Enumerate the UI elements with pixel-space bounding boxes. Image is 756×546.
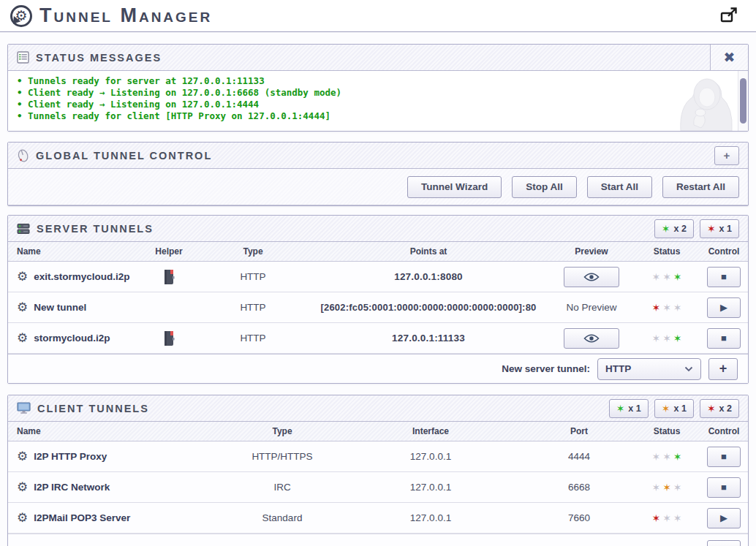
gray-star-icon: ✶	[651, 452, 660, 462]
stop-tunnel-button[interactable]: ■	[707, 477, 741, 498]
tunnel-type: IRC	[227, 482, 337, 493]
stopped-count-badge[interactable]: ✶x 2	[700, 399, 739, 418]
addressbook-helper-icon[interactable]	[163, 269, 175, 285]
server-tunnels-header: Server Tunnels ✶x 2 ✶x 1	[8, 216, 748, 242]
page-title: Tunnel Manager	[39, 4, 212, 27]
badge-count: x 1	[719, 224, 732, 234]
status-scrollbar[interactable]	[738, 71, 748, 131]
status-stars: ✶✶✶	[634, 513, 700, 523]
stop-tunnel-button[interactable]: ■	[707, 447, 741, 467]
client-tunnel-row-partial	[8, 534, 748, 546]
gray-star-icon: ✶	[662, 452, 671, 462]
gear-icon: ⚙	[17, 270, 28, 283]
col-helper: Helper	[140, 246, 198, 257]
close-status-button[interactable]: ✖	[710, 45, 748, 70]
add-server-tunnel-button[interactable]: +	[708, 358, 738, 380]
tunnel-name-link[interactable]: ⚙exit.stormycloud.i2p	[17, 270, 130, 283]
start-all-button[interactable]: Start All	[587, 176, 652, 198]
running-count-badge[interactable]: ✶x 1	[609, 399, 649, 418]
gray-star-icon: ✶	[651, 272, 660, 282]
gray-star-icon: ✶	[673, 482, 682, 493]
green-star-icon: ✶	[616, 403, 625, 414]
stop-tunnel-button[interactable]: ■	[707, 267, 741, 287]
start-tunnel-button[interactable]: ▶	[707, 508, 741, 528]
tunnel-name-link[interactable]: ⚙I2PMail POP3 Server	[17, 512, 130, 524]
addressbook-helper-icon[interactable]	[163, 330, 175, 346]
scrollbar-thumb[interactable]	[740, 78, 746, 124]
stopped-count-badge[interactable]: ✶x 1	[700, 219, 739, 238]
preview-button[interactable]	[564, 267, 619, 287]
gray-star-icon: ✶	[673, 303, 682, 313]
gear-icon: ⚙	[17, 332, 28, 344]
running-count-badge[interactable]: ✶x 2	[654, 219, 694, 238]
status-stars: ✶✶✶	[634, 482, 700, 493]
tunnel-name-link[interactable]: ⚙stormycloud.i2p	[17, 332, 110, 344]
collapse-panel-button[interactable]: +	[714, 146, 739, 165]
server-tunnels-title: Server Tunnels	[37, 223, 154, 235]
green-star-icon: ✶	[662, 224, 670, 234]
server-icon	[17, 223, 30, 235]
col-control: Control	[700, 426, 748, 436]
external-link-icon[interactable]	[719, 7, 738, 26]
gray-star-icon: ✶	[662, 303, 671, 313]
status-list-icon	[17, 51, 29, 64]
global-control-header: Global Tunnel Control +	[8, 143, 748, 169]
stop-all-button[interactable]: Stop All	[512, 176, 577, 198]
red-star-icon: ✶	[707, 403, 716, 414]
tunnel-manager-page: ⚙ Tunnel Manager Status Messages ✖ Tunne…	[0, 0, 756, 546]
col-status: Status	[634, 246, 700, 257]
gray-star-icon: ✶	[662, 333, 671, 344]
control-button-partial[interactable]	[707, 540, 741, 546]
tunnel-name: I2PMail POP3 Server	[34, 512, 130, 523]
server-tunnel-row: ⚙exit.stormycloud.i2p HTTP 127.0.0.1:808…	[8, 262, 748, 292]
status-messages-panel: Status Messages ✖ Tunnels ready for serv…	[7, 44, 749, 132]
green-star-icon: ✶	[673, 272, 682, 282]
tunnel-name-link[interactable]: ⚙New tunnel	[17, 301, 86, 314]
gear-icon: ⚙	[17, 481, 28, 493]
new-server-tunnel-label: New server tunnel:	[502, 363, 590, 374]
app-logo-icon: ⚙	[10, 5, 32, 27]
green-star-icon: ✶	[673, 452, 682, 462]
status-messages-title: Status Messages	[36, 52, 162, 64]
tunnel-type: HTTP/HTTPS	[227, 451, 337, 462]
global-tunnel-control-panel: Global Tunnel Control + Tunnel Wizard St…	[7, 142, 749, 206]
tunnel-name-link[interactable]: ⚙I2P HTTP Proxy	[17, 450, 107, 463]
tunnel-name: exit.stormycloud.i2p	[34, 271, 129, 282]
eye-icon	[583, 272, 600, 282]
col-name: Name	[8, 426, 227, 436]
stop-tunnel-button[interactable]: ■	[707, 328, 741, 349]
selected-tunnel-type: HTTP	[605, 363, 631, 374]
standby-count-badge[interactable]: ✶x 1	[654, 399, 694, 418]
client-table-header: Name Type Interface Port Status Control	[8, 422, 748, 441]
preview-button[interactable]	[564, 328, 619, 349]
server-tunnel-row: ⚙stormycloud.i2p HTTP 127.0.0.1:11133 ✶✶…	[8, 323, 748, 354]
client-tunnel-row: ⚙I2P IRC Network IRC 127.0.0.1 6668 ✶✶✶ …	[8, 472, 748, 503]
client-tunnels-panel: Client Tunnels ✶x 1 ✶x 1 ✶x 2 Name Type …	[7, 395, 749, 546]
tunnel-name: I2P HTTP Proxy	[34, 451, 107, 462]
col-control: Control	[700, 246, 748, 257]
tunnel-name-link[interactable]: ⚙I2P IRC Network	[17, 481, 110, 493]
restart-all-button[interactable]: Restart All	[662, 176, 739, 198]
tunnel-type: Standard	[227, 512, 337, 523]
server-tunnel-row: ⚙New tunnel HTTP [2602:fc05:0001:0000:00…	[8, 292, 748, 323]
gear-icon: ⚙	[17, 512, 28, 524]
gear-icon: ⚙	[17, 301, 28, 314]
orange-star-icon: ✶	[662, 482, 671, 493]
status-stars: ✶✶✶	[634, 452, 700, 462]
status-stars: ✶✶✶	[634, 272, 700, 282]
gear-bubble-icon: ⚙	[15, 9, 27, 23]
green-star-icon: ✶	[673, 333, 682, 344]
col-points-at: Points at	[308, 246, 549, 257]
tunnel-wizard-button[interactable]: Tunnel Wizard	[407, 176, 502, 198]
console-message: Tunnels ready for server at 127.0.0.1:11…	[17, 75, 659, 87]
gray-star-icon: ✶	[662, 272, 671, 282]
global-control-body: Tunnel Wizard Stop All Start All Restart…	[8, 169, 748, 205]
console-messages: Tunnels ready for server at 127.0.0.1:11…	[8, 71, 668, 131]
start-tunnel-button[interactable]: ▶	[707, 297, 741, 318]
tunnel-type: HTTP	[198, 333, 308, 344]
col-port: Port	[524, 426, 634, 436]
red-star-icon: ✶	[651, 303, 660, 313]
server-table-header: Name Helper Type Points at Preview Statu…	[8, 242, 748, 262]
new-server-tunnel-select[interactable]: HTTP	[597, 358, 701, 380]
gray-star-icon: ✶	[662, 513, 671, 523]
